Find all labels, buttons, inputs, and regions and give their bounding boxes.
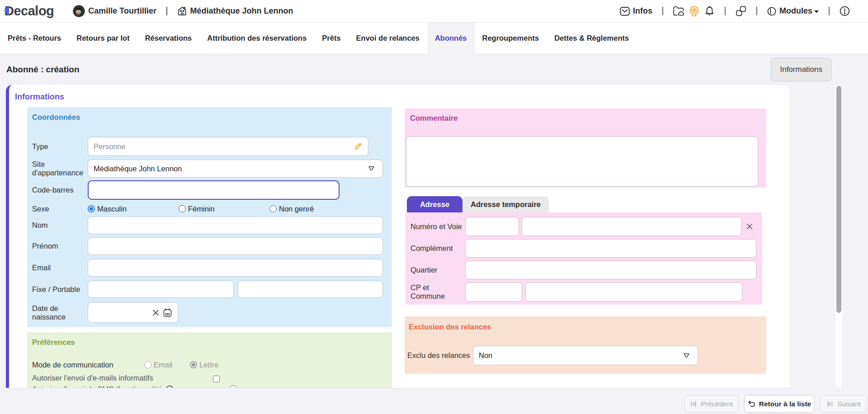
footer-bar: Précédent Retour à la liste Suivant [0,388,868,414]
clear-date-icon[interactable] [152,309,159,316]
podcast-icon[interactable] [689,6,700,16]
mode-communication-row: Mode de communication Email Lettre [32,359,383,371]
bell-icon[interactable] [704,6,715,16]
preferences-panel: Préférences Mode de communication Email … [27,332,392,388]
modules-icon [767,7,776,16]
radio-mode-email-label: Email [154,361,172,369]
nav-tab-envoi-relances[interactable]: Envoi de relances [349,23,427,54]
tab-adresse-temporaire[interactable]: Adresse temporaire [462,196,549,212]
previous-button[interactable]: Précédent [684,395,738,413]
type-label: Type [32,142,88,151]
separator [756,7,757,15]
sms-row: Autoriser l'envoi de SMS (fonctionnalité [32,385,383,388]
infos-button[interactable]: Infos [620,6,652,16]
prenom-input[interactable] [88,237,383,255]
adresse-panel: Numéro et Voie Complément [406,212,762,305]
alert-circle-icon[interactable] [840,6,850,16]
complement-input[interactable] [465,239,756,258]
chevron-down-icon [814,10,819,13]
modules-menu[interactable]: Modules [767,6,819,16]
select-caret-icon [683,353,690,358]
quartier-label: Quartier [410,266,465,274]
scrollbar-thumb[interactable] [836,86,841,313]
exclu-relances-select[interactable]: Non [473,346,698,365]
commentaire-panel: Commentaire [405,108,766,188]
radio-feminin-control[interactable] [179,205,186,212]
radio-non-genre[interactable]: Non genré [269,205,314,213]
nav-tab-prets[interactable]: Prêts [314,23,348,54]
portable-input[interactable] [238,281,383,298]
preferences-title: Préférences [32,338,383,347]
code-barres-input[interactable] [88,180,340,200]
nav-tab-reservations[interactable]: Réservations [137,23,200,54]
calendar-icon[interactable] [163,308,172,317]
tab-adresse[interactable]: Adresse [407,196,462,212]
radio-non-genre-control[interactable] [269,205,277,212]
site-select-value: Médiathèque John Lennon [94,165,182,173]
nav-tab-prets-retours[interactable]: Prêts - Retours [0,23,69,54]
commune-input[interactable] [525,282,742,301]
commentaire-textarea[interactable] [406,136,758,187]
radio-feminin[interactable]: Féminin [179,205,269,213]
nom-input[interactable] [88,216,383,234]
radio-mode-lettre-control[interactable] [190,361,197,368]
exclusion-title: Exclusion des relances [409,323,758,331]
numero-voie-row: Numéro et Voie [410,217,756,236]
radio-masculin-control[interactable] [88,205,95,212]
emails-informatifs-checkbox[interactable] [213,376,220,382]
nav-tab-abonnes[interactable]: Abonnés [427,23,475,54]
next-label: Suivant [837,400,861,408]
nav-tab-dettes-reglements[interactable]: Dettes & Règlements [547,23,637,54]
naissance-row: Date de naissance [32,302,383,323]
email-label: Email [32,263,88,272]
informations-chip[interactable]: Informations [771,58,831,81]
cp-commune-row: CP et Commune [410,282,756,301]
skip-back-icon [690,400,697,408]
top-bar: Decalog Camille Tourtillier Médiathèque … [0,0,868,23]
library-building-icon [177,6,187,16]
user-name[interactable]: Camille Tourtillier [88,6,156,16]
decalog-logo[interactable]: Decalog [5,4,54,19]
numero-voie-label: Numéro et Voie [410,222,465,231]
nom-row: Nom [32,216,383,234]
cp-commune-label: CP et Commune [410,283,465,301]
back-to-list-button[interactable]: Retour à la liste [744,395,814,413]
fixe-portable-label: Fixe / Portable [32,285,88,294]
link-icon[interactable] [736,6,746,16]
next-button[interactable]: Suivant [820,395,867,413]
back-to-list-label: Retour à la liste [759,400,811,408]
avatar[interactable] [73,5,85,17]
radio-masculin[interactable]: Masculin [88,205,179,213]
folder-cloud-icon[interactable] [673,6,684,16]
mail-icon [620,7,630,16]
nav-tab-attribution[interactable]: Attribution des réservations [199,23,314,54]
scrollbar-track[interactable] [835,85,842,387]
sexe-label: Sexe [32,205,88,213]
email-row: Email [32,259,383,277]
fixe-input[interactable] [88,281,234,298]
type-input[interactable] [88,137,368,156]
main-nav: Prêts - Retours Retours par lot Réservat… [0,23,868,54]
clear-adresse-icon[interactable] [746,223,753,230]
nav-tab-regroupements[interactable]: Regroupements [475,23,547,54]
cp-input[interactable] [465,282,522,301]
email-input[interactable] [88,259,383,277]
separator [725,7,726,15]
site-select[interactable]: Médiathèque John Lennon [88,160,383,178]
numero-input[interactable] [465,217,519,236]
select-caret-icon [368,166,375,172]
adresse-tabs: Adresse Adresse temporaire [407,196,766,212]
page-head: Abonné : création Informations [0,54,868,85]
radio-non-genre-label: Non genré [279,205,314,213]
pencil-icon[interactable] [354,142,362,151]
radio-mode-email-control[interactable] [144,361,151,368]
decalog-logo-mark-icon [5,6,9,16]
radio-mode-lettre-label: Lettre [199,361,218,369]
quartier-input[interactable] [465,261,756,279]
nav-tab-retours-par-lot[interactable]: Retours par lot [69,23,137,54]
voie-input[interactable] [522,217,741,236]
site-name[interactable]: Médiathèque John Lennon [190,6,293,16]
site-row: Site d'appartenance Médiathèque John Len… [32,160,383,178]
radio-mode-lettre[interactable]: Lettre [190,361,218,369]
radio-mode-email[interactable]: Email [144,361,190,369]
